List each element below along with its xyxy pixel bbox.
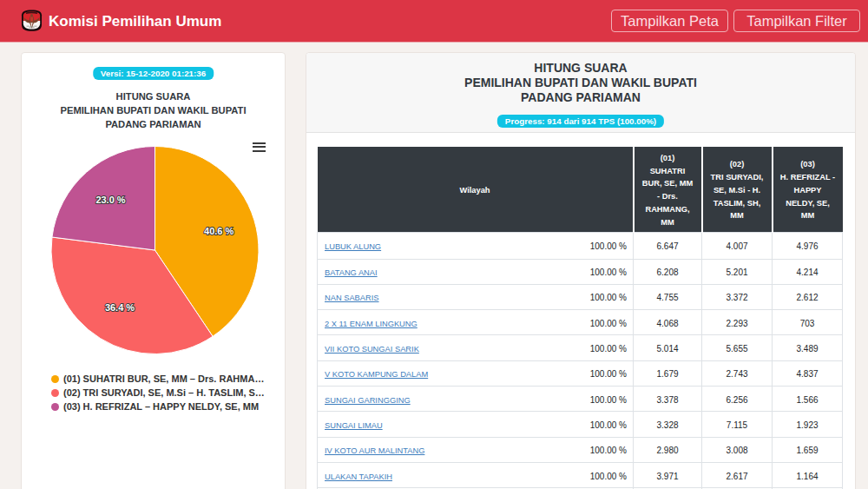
svg-text:40.6 %: 40.6 % bbox=[204, 226, 233, 236]
svg-text:36.4 %: 36.4 % bbox=[105, 302, 135, 313]
svg-text:23.0 %: 23.0 % bbox=[95, 195, 125, 205]
